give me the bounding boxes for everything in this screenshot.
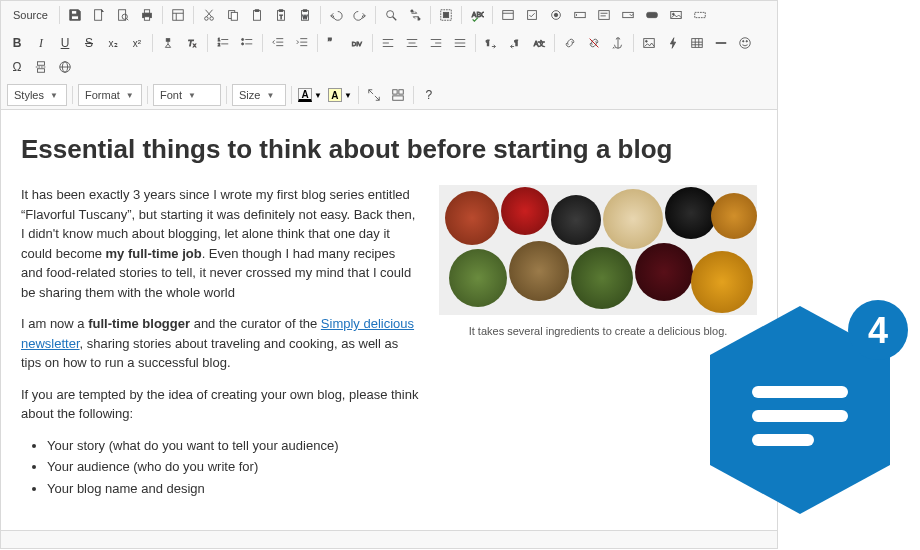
image-icon[interactable] bbox=[638, 32, 660, 54]
outdent-icon[interactable] bbox=[267, 32, 289, 54]
svg-point-26 bbox=[386, 11, 393, 18]
align-center-icon[interactable] bbox=[401, 32, 423, 54]
language-icon[interactable]: A文 bbox=[528, 32, 550, 54]
show-blocks-icon[interactable] bbox=[387, 84, 409, 106]
number-list-icon[interactable]: 12 bbox=[212, 32, 234, 54]
select-all-icon[interactable] bbox=[435, 4, 457, 26]
svg-point-55 bbox=[242, 38, 244, 40]
about-icon[interactable]: ? bbox=[418, 84, 440, 106]
flash-icon[interactable] bbox=[662, 32, 684, 54]
spellcheck-icon[interactable]: ABC bbox=[466, 4, 488, 26]
redo-icon[interactable] bbox=[349, 4, 371, 26]
copy-format-icon bbox=[161, 36, 175, 50]
hex-badge: 4 bbox=[690, 290, 910, 540]
preview-icon[interactable] bbox=[112, 4, 134, 26]
cut-icon[interactable] bbox=[198, 4, 220, 26]
paste-icon[interactable] bbox=[246, 4, 268, 26]
format-dropdown[interactable]: Format ▼ bbox=[78, 84, 142, 106]
svg-rect-104 bbox=[752, 410, 848, 422]
text-color-button[interactable]: A ▼ bbox=[296, 84, 324, 106]
print-icon bbox=[140, 8, 154, 22]
size-label: Size bbox=[239, 89, 260, 101]
iframe-icon bbox=[58, 60, 72, 74]
justify-icon[interactable] bbox=[449, 32, 471, 54]
align-left-icon[interactable] bbox=[377, 32, 399, 54]
align-right-icon[interactable] bbox=[425, 32, 447, 54]
svg-rect-48 bbox=[166, 39, 170, 42]
remove-format-icon[interactable]: Tx bbox=[181, 32, 203, 54]
svg-line-5 bbox=[126, 19, 128, 21]
size-dropdown[interactable]: Size ▼ bbox=[232, 84, 286, 106]
subscript-icon[interactable]: x₂ bbox=[102, 32, 124, 54]
bg-color-button[interactable]: A ▼ bbox=[326, 84, 354, 106]
underline-icon[interactable]: U bbox=[54, 32, 76, 54]
font-dropdown[interactable]: Font ▼ bbox=[153, 84, 221, 106]
hidden-field-icon[interactable] bbox=[689, 4, 711, 26]
new-page-icon[interactable] bbox=[88, 4, 110, 26]
templates-icon[interactable] bbox=[167, 4, 189, 26]
smiley-icon[interactable] bbox=[734, 32, 756, 54]
print-icon[interactable] bbox=[136, 4, 158, 26]
svg-text:W: W bbox=[302, 14, 307, 20]
doc-title: Essential things to think about before s… bbox=[21, 130, 757, 169]
button-icon bbox=[645, 8, 659, 22]
button-icon[interactable] bbox=[641, 4, 663, 26]
table-icon[interactable] bbox=[686, 32, 708, 54]
smiley-icon bbox=[738, 36, 752, 50]
unlink-icon[interactable] bbox=[583, 32, 605, 54]
select-icon[interactable] bbox=[617, 4, 639, 26]
svg-rect-9 bbox=[173, 10, 184, 21]
styles-label: Styles bbox=[14, 89, 44, 101]
div-icon[interactable]: DIV bbox=[346, 32, 368, 54]
svg-point-92 bbox=[743, 41, 744, 42]
radio-icon[interactable] bbox=[545, 4, 567, 26]
bold-icon[interactable]: B bbox=[6, 32, 28, 54]
replace-icon[interactable]: ab bbox=[404, 4, 426, 26]
svg-text:”: ” bbox=[328, 36, 332, 50]
source-label: Source bbox=[13, 9, 48, 21]
rtl-icon[interactable]: ¶ bbox=[504, 32, 526, 54]
styles-dropdown[interactable]: Styles ▼ bbox=[7, 84, 67, 106]
select-icon bbox=[621, 8, 635, 22]
form-icon[interactable] bbox=[497, 4, 519, 26]
image-button-icon[interactable] bbox=[665, 4, 687, 26]
maximize-icon[interactable] bbox=[363, 84, 385, 106]
save-icon[interactable] bbox=[64, 4, 86, 26]
svg-text:T: T bbox=[279, 14, 283, 20]
paragraph-3: If you are tempted by the idea of creati… bbox=[21, 385, 419, 424]
source-button[interactable]: Source bbox=[6, 4, 55, 26]
anchor-icon[interactable] bbox=[607, 32, 629, 54]
indent-icon[interactable] bbox=[291, 32, 313, 54]
editor-content[interactable]: Essential things to think about before s… bbox=[1, 110, 777, 530]
iframe-icon[interactable] bbox=[54, 56, 76, 78]
italic-icon[interactable]: I bbox=[30, 32, 52, 54]
svg-rect-33 bbox=[503, 11, 514, 20]
svg-rect-35 bbox=[527, 11, 536, 20]
checkbox-icon[interactable] bbox=[521, 4, 543, 26]
svg-rect-103 bbox=[752, 386, 848, 398]
special-char-icon[interactable]: Ω bbox=[6, 56, 28, 78]
flash-icon bbox=[666, 36, 680, 50]
bullet-list-icon[interactable] bbox=[236, 32, 258, 54]
text-field-icon[interactable] bbox=[569, 4, 591, 26]
copy-icon[interactable] bbox=[222, 4, 244, 26]
svg-line-14 bbox=[206, 10, 212, 17]
remove-format-icon: Tx bbox=[185, 36, 199, 50]
svg-rect-21 bbox=[279, 10, 283, 12]
textarea-icon[interactable] bbox=[593, 4, 615, 26]
link-icon[interactable] bbox=[559, 32, 581, 54]
undo-icon[interactable] bbox=[325, 4, 347, 26]
copy-format-icon[interactable] bbox=[157, 32, 179, 54]
show-blocks-icon bbox=[391, 88, 405, 102]
svg-rect-1 bbox=[71, 16, 78, 20]
paste-word-icon[interactable]: W bbox=[294, 4, 316, 26]
ltr-icon[interactable]: ¶ bbox=[480, 32, 502, 54]
find-icon[interactable] bbox=[380, 4, 402, 26]
strike-icon[interactable]: S bbox=[78, 32, 100, 54]
superscript-icon[interactable]: x² bbox=[126, 32, 148, 54]
paste-text-icon[interactable]: T bbox=[270, 4, 292, 26]
pagebreak-icon[interactable] bbox=[30, 56, 52, 78]
svg-rect-7 bbox=[144, 10, 149, 14]
blockquote-icon[interactable]: ” bbox=[322, 32, 344, 54]
hr-icon[interactable] bbox=[710, 32, 732, 54]
